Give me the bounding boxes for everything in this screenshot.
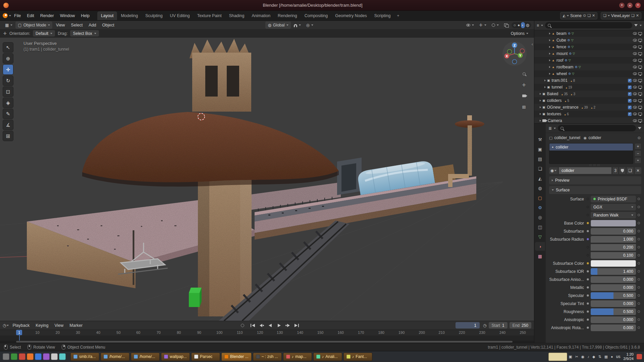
properties-tab[interactable]: ⚒ — [535, 135, 545, 144]
zoom-icon[interactable] — [520, 70, 528, 78]
shading-material-icon[interactable]: ◐ — [521, 22, 525, 28]
play-button[interactable] — [275, 322, 283, 329]
render-disable-icon[interactable] — [638, 72, 642, 75]
disclosure-icon[interactable] — [540, 93, 541, 95]
gizmos-toggle[interactable]: ✛ — [477, 21, 489, 29]
workspace-tab[interactable]: Shading — [225, 11, 248, 20]
color-picker-window-button[interactable] — [548, 353, 567, 361]
properties-tab[interactable]: ▩ — [535, 252, 545, 260]
animate-decorator[interactable] — [636, 206, 641, 208]
tray-icon[interactable]: ▣ — [569, 355, 572, 359]
viewlayer-selector[interactable]: ❏ ViewLayer ❏ ✕ — [601, 12, 641, 19]
hide-eye-icon[interactable] — [633, 99, 637, 102]
viewlayer-checkbox[interactable] — [628, 99, 632, 103]
outliner-row[interactable]: ▣ tunnel 19 — [534, 84, 644, 90]
value-slider[interactable]: 1.000 — [591, 236, 636, 243]
value-slider[interactable]: 0.000 — [591, 284, 636, 291]
scrollbar-thumb[interactable] — [16, 341, 513, 343]
workspace-tab[interactable]: Scripting — [371, 11, 394, 20]
material-users-count[interactable]: 3 — [612, 167, 618, 174]
animate-decorator[interactable] — [636, 198, 641, 200]
workspace-tab[interactable]: Rendering — [274, 11, 301, 20]
active-tool-icon[interactable]: ✛ — [3, 31, 7, 36]
outliner-row[interactable]: ▲ Cube ⚙▽ — [534, 37, 644, 44]
hide-eye-icon[interactable] — [633, 46, 637, 48]
new-scene-icon[interactable]: ❏ — [587, 13, 591, 18]
viewlayer-checkbox[interactable] — [628, 79, 632, 82]
render-disable-icon[interactable] — [638, 86, 642, 88]
animate-decorator[interactable] — [636, 270, 641, 273]
render-disable-icon[interactable] — [638, 119, 642, 122]
pin-icon[interactable]: ⊙ — [638, 136, 641, 140]
viewlayer-checkbox[interactable] — [628, 112, 632, 116]
animate-decorator[interactable] — [636, 278, 641, 281]
disclosure-icon[interactable] — [549, 53, 550, 55]
surface-panel-header[interactable]: Surface — [549, 186, 641, 194]
ortho-grid-icon[interactable]: ⊞ — [520, 103, 528, 111]
animate-decorator[interactable] — [636, 238, 641, 240]
outliner-row[interactable]: ▣ tram.001 8 — [534, 77, 644, 84]
workspace-tab[interactable]: Animation — [248, 11, 274, 20]
value-slider[interactable]: 0.200 — [591, 244, 636, 251]
sidebar-toggle-icon[interactable]: ‹ — [532, 42, 533, 47]
taskbar-window-button[interactable]: smb://a... — [70, 353, 99, 361]
animate-decorator[interactable] — [636, 246, 641, 248]
new-viewlayer-icon[interactable]: ❏ — [631, 13, 635, 18]
jump-to-start-button[interactable] — [249, 322, 257, 329]
animate-decorator[interactable] — [636, 222, 641, 224]
timeline-editor-caret-icon[interactable] — [7, 325, 9, 326]
pin-icon[interactable]: ⊙ — [583, 13, 586, 18]
disclosure-icon[interactable] — [549, 59, 550, 61]
transform-orientation-dropdown[interactable]: ◍ Global — [265, 21, 290, 29]
properties-tab[interactable]: ❏ — [535, 164, 545, 173]
axis-y-label[interactable]: Y — [519, 54, 522, 57]
outliner-row[interactable]: ▲ fence ⚙▽ — [534, 44, 644, 50]
tool-button[interactable]: ◈ — [3, 98, 13, 108]
outliner-row[interactable]: ▲ wheel ⚙▽ — [534, 70, 644, 77]
navigation-gizmo[interactable]: Z X Y — [502, 41, 527, 66]
editor-type-button[interactable]: ▦ — [3, 21, 15, 29]
filter-caret-icon[interactable] — [640, 25, 642, 26]
new-material-button[interactable]: ❏ — [627, 167, 634, 174]
taskbar-window-button[interactable]: Blender ... — [221, 353, 252, 361]
animate-decorator[interactable] — [636, 318, 641, 321]
value-slider[interactable]: 1.400 — [591, 268, 636, 275]
render-disable-icon[interactable] — [638, 99, 642, 102]
timeline-ruler[interactable]: 1 10203040506070809010011012013014015016… — [0, 330, 534, 336]
tool-button[interactable]: ↖ — [3, 42, 13, 53]
end-frame-field[interactable]: End 250 — [509, 322, 531, 328]
scene-browse-caret-icon[interactable] — [567, 15, 569, 16]
viewport-menu-item[interactable]: Add — [86, 21, 99, 29]
workspace-tab[interactable]: Modeling — [117, 11, 142, 20]
keyboard-layout-indicator[interactable]: us — [616, 354, 621, 359]
color-swatch[interactable] — [591, 260, 636, 267]
render-disable-icon[interactable] — [638, 113, 642, 115]
outliner-row[interactable]: ▣ textures 6 — [534, 111, 644, 117]
taskbar-window-button[interactable]: ~ : zsh ... — [253, 353, 282, 361]
disclosure-icon[interactable] — [540, 113, 541, 115]
viewport-3d[interactable]: User Perspective (1) tram1 | collider_tu… — [0, 38, 534, 321]
hide-eye-icon[interactable] — [633, 52, 637, 55]
disclosure-icon[interactable] — [549, 73, 550, 75]
menu-item[interactable]: Window — [57, 12, 78, 19]
playhead[interactable]: 1 — [19, 330, 20, 341]
tray-icon[interactable]: ◉ — [581, 355, 585, 359]
remove-slot-button[interactable]: − — [635, 150, 641, 157]
drag-select[interactable]: Select Box — [70, 30, 99, 37]
tray-icon[interactable]: ◆ — [592, 355, 595, 359]
launcher-icon[interactable] — [19, 353, 25, 360]
render-disable-icon[interactable] — [638, 93, 642, 95]
dropdown-select[interactable]: GGX — [591, 204, 636, 210]
value-slider[interactable]: 0.000 — [591, 316, 636, 323]
tool-button[interactable]: ⊕ — [3, 53, 13, 64]
options-dropdown[interactable]: Options — [508, 30, 531, 37]
properties-tab[interactable]: ⚙ — [535, 203, 545, 212]
render-disable-icon[interactable] — [638, 59, 642, 62]
animate-decorator[interactable] — [636, 294, 641, 297]
properties-filter-icon[interactable] — [638, 127, 641, 129]
timeline-menu-item[interactable]: Marker — [66, 322, 86, 329]
animate-decorator[interactable] — [636, 286, 641, 289]
properties-tab[interactable]: ▽ — [535, 232, 545, 241]
render-disable-icon[interactable] — [638, 79, 642, 82]
remove-viewlayer-icon[interactable]: ✕ — [636, 13, 639, 18]
